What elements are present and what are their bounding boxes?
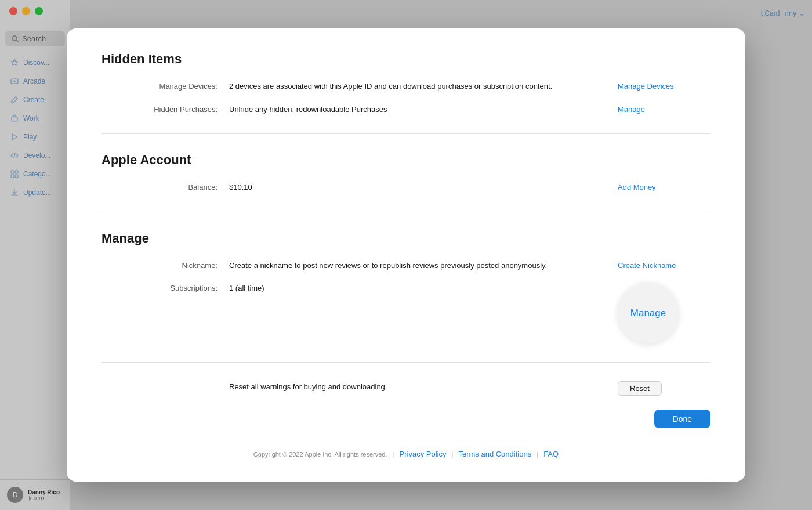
manage-devices-label: Manage Devices: [102, 81, 229, 91]
footer-sep-1: | [393, 451, 394, 458]
add-money-link[interactable]: Add Money [618, 183, 656, 191]
hidden-purchases-content: Unhide any hidden, redownloadable Purcha… [229, 104, 606, 115]
reset-action[interactable]: Reset [606, 381, 710, 396]
nickname-label: Nickname: [102, 260, 229, 270]
manage-subscriptions-label: Manage [630, 308, 666, 319]
subscriptions-content: 1 (all time) [229, 283, 606, 294]
divider-2 [102, 212, 710, 212]
balance-content: $10.10 [229, 182, 606, 193]
done-button[interactable]: Done [654, 410, 710, 428]
manage-subscriptions-button[interactable]: Manage [618, 283, 679, 343]
balance-label: Balance: [102, 182, 229, 191]
hidden-purchases-action[interactable]: Manage [606, 104, 710, 114]
reset-label-spacer [102, 381, 229, 382]
nickname-content: Create a nickname to post new reviews or… [229, 260, 606, 272]
footer-sep-2: | [452, 451, 454, 458]
balance-row: Balance: $10.10 Add Money [102, 182, 710, 193]
manage-title: Manage [102, 231, 710, 246]
manage-devices-action[interactable]: Manage Devices [606, 81, 710, 91]
hidden-purchases-row: Hidden Purchases: Unhide any hidden, red… [102, 104, 710, 115]
create-nickname-link[interactable]: Create Nickname [618, 261, 676, 270]
faq-link[interactable]: FAQ [543, 450, 559, 458]
nickname-row: Nickname: Create a nickname to post new … [102, 260, 710, 272]
privacy-policy-link[interactable]: Privacy Policy [400, 450, 447, 458]
reset-row: Reset all warnings for buying and downlo… [102, 381, 710, 396]
divider-3 [102, 362, 710, 363]
subscriptions-action[interactable]: Manage [606, 283, 710, 343]
modal-footer: Copyright © 2022 Apple Inc. All rights r… [102, 440, 710, 458]
reset-content: Reset all warnings for buying and downlo… [229, 381, 606, 393]
reset-button[interactable]: Reset [618, 381, 662, 396]
add-money-action[interactable]: Add Money [606, 182, 710, 192]
create-nickname-action[interactable]: Create Nickname [606, 260, 710, 270]
manage-circle-wrap: Manage [618, 283, 679, 343]
done-section: Done [102, 410, 710, 428]
modal-overlay: Hidden Items Manage Devices: 2 devices a… [0, 0, 812, 510]
subscriptions-row: Subscriptions: 1 (all time) Manage [102, 283, 710, 343]
footer-sep-3: | [536, 451, 538, 458]
subscriptions-label: Subscriptions: [102, 283, 229, 292]
manage-devices-link[interactable]: Manage Devices [618, 82, 674, 91]
terms-link[interactable]: Terms and Conditions [458, 450, 531, 458]
hidden-purchases-link[interactable]: Manage [618, 105, 645, 114]
copyright-text: Copyright © 2022 Apple Inc. All rights r… [253, 451, 387, 458]
divider-1 [102, 133, 710, 134]
account-settings-modal: Hidden Items Manage Devices: 2 devices a… [67, 28, 745, 482]
apple-account-title: Apple Account [102, 153, 710, 168]
manage-devices-row: Manage Devices: 2 devices are associated… [102, 81, 710, 92]
hidden-purchases-label: Hidden Purchases: [102, 104, 229, 114]
hidden-items-title: Hidden Items [102, 52, 710, 67]
manage-devices-content: 2 devices are associated with this Apple… [229, 81, 606, 92]
